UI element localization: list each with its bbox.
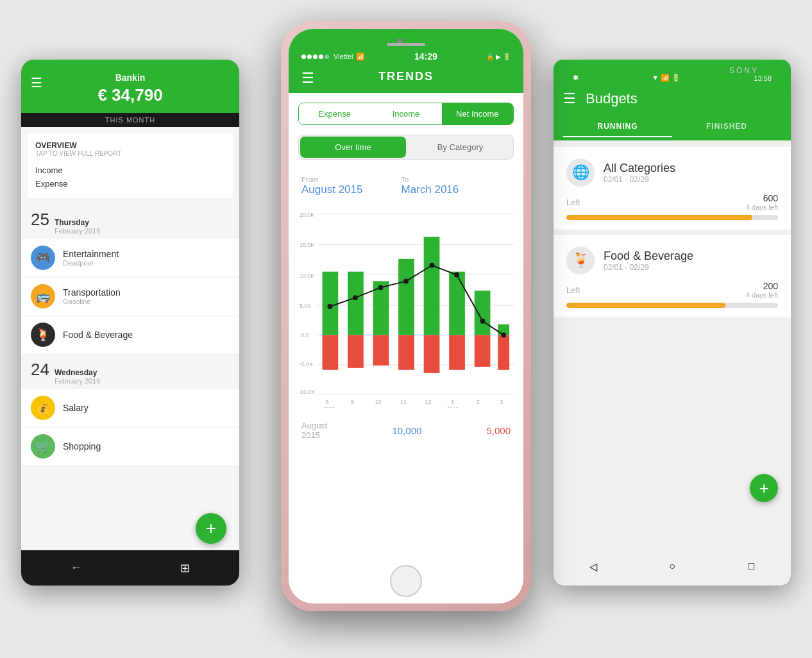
to-date: March 2016 (401, 183, 459, 196)
tab-income[interactable]: Income (370, 103, 441, 124)
svg-text:-5.0K: -5.0K (300, 361, 313, 367)
overview-subtitle: TAP TO VIEW FULL REPORT (35, 150, 225, 157)
tx-transportation-sub: Gasoline (63, 298, 121, 305)
budget-tabs: RUNNING FINISHED (554, 117, 791, 140)
svg-text:2016: 2016 (447, 406, 459, 408)
app-name: Bankin (31, 72, 230, 83)
svg-point-36 (480, 319, 486, 324)
left-phone: ☰ Bankin € 34,790 THIS MONTH OVERVIEW TA… (21, 60, 239, 586)
date-section-2: 24 Wednesday February 2016 (21, 355, 239, 388)
tx-entertainment-label: Entertainment (63, 249, 119, 259)
tx-entertainment[interactable]: 🎮 Entertainment Deadpool (21, 239, 239, 276)
footer-date: August2015 (301, 421, 327, 440)
svg-rect-15 (323, 335, 339, 369)
tx-entertainment-sub: Deadpool (63, 259, 119, 267)
menu-icon[interactable]: ☰ (31, 75, 42, 90)
tx-salary[interactable]: 💰 Salary (21, 389, 239, 426)
date-num-1: 25 (31, 210, 49, 230)
tab-net-income[interactable]: Net Income (442, 103, 513, 124)
day-2: Wednesday (55, 368, 101, 377)
budget1-amount: 600 (746, 193, 778, 203)
budget2-days: 4 days left (746, 291, 778, 299)
svg-text:1: 1 (451, 399, 454, 405)
budget2-left-label: Left (566, 285, 580, 295)
svg-text:10.0K: 10.0K (300, 273, 314, 279)
from-date: August 2015 (301, 183, 362, 196)
budget1-date: 02/01 - 02/29 (604, 175, 675, 184)
food-beverage-icon: 🍹 (566, 246, 595, 274)
budget1-progress-fill (566, 215, 752, 220)
recents-nav-icon[interactable]: □ (743, 559, 759, 574)
budget-food-beverage[interactable]: 🍹 Food & Beverage 02/01 - 02/29 Left 200… (554, 235, 791, 317)
transportation-icon: 🚌 (31, 284, 55, 308)
date-num-2: 24 (31, 360, 49, 380)
right-menu-icon[interactable]: ☰ (563, 90, 576, 107)
center-phone: Viettel 📶 14:29 🔒 ▶ 🔋 ☰ TRENDS Expense I… (281, 21, 531, 611)
overview-title: OVERVIEW (35, 141, 225, 150)
view-toggle: Over time By Category (298, 135, 514, 160)
android-status-icons: ▼ 📶 🔋 (652, 74, 681, 82)
budget1-left-label: Left (566, 198, 580, 207)
home-nav-icon[interactable]: ○ (664, 559, 680, 574)
tx-shopping[interactable]: 🛒 Shopping (21, 428, 239, 465)
budget-all-categories[interactable]: 🌐 All Categories 02/01 - 02/29 Left 600 … (554, 147, 791, 230)
android-time: 13:58 (754, 74, 772, 82)
budgets-title: Budgets (586, 90, 638, 107)
svg-point-33 (403, 278, 409, 283)
date-range: From August 2015 To March 2016 (289, 169, 523, 196)
svg-text:-10.0K: -10.0K (298, 389, 315, 395)
windows-icon[interactable]: ⊞ (180, 561, 190, 575)
budget2-name: Food & Beverage (604, 249, 693, 263)
tab-expense[interactable]: Expense (299, 103, 370, 124)
period-label: THIS MONTH (21, 113, 239, 127)
svg-point-35 (454, 273, 459, 278)
center-screen: Viettel 📶 14:29 🔒 ▶ 🔋 ☰ TRENDS Expense I… (289, 29, 523, 603)
tx-food[interactable]: 🍹 Food & Beverage (21, 316, 239, 353)
view-overtime-btn[interactable]: Over time (300, 137, 406, 158)
svg-rect-25 (449, 335, 465, 369)
status-icons: 🔒 ▶ 🔋 (486, 53, 511, 60)
view-by-category-btn[interactable]: By Category (407, 135, 513, 159)
trends-title: TRENDS (298, 70, 514, 83)
expense-row: Expense (35, 177, 225, 190)
back-icon[interactable]: ← (71, 561, 82, 575)
svg-rect-23 (424, 335, 440, 373)
budget1-progress-bar (566, 215, 778, 220)
budget2-date: 02/01 - 02/29 (604, 263, 693, 272)
entertainment-icon: 🎮 (31, 246, 55, 270)
android-nav-bar: ◁ ○ □ (554, 547, 791, 586)
svg-text:2015: 2015 (324, 406, 335, 408)
svg-text:3: 3 (500, 399, 503, 405)
svg-text:9: 9 (351, 399, 354, 405)
shopping-icon: 🛒 (31, 434, 55, 459)
from-label: From (301, 176, 362, 183)
svg-text:8: 8 (325, 399, 328, 405)
day-1: Thursday (55, 218, 101, 227)
bluetooth-icon: ✱ (573, 74, 579, 82)
balance-amount: € 34,790 (31, 85, 230, 105)
right-phone: ✱ ▼ 📶 🔋 13:58 SONY ☰ Budgets RUNNING FIN… (554, 60, 791, 586)
add-transaction-button[interactable]: + (196, 513, 226, 544)
right-header: ☰ Budgets (554, 87, 791, 117)
windows-nav-bar: ← ⊞ (21, 550, 239, 586)
tab-finished[interactable]: FINISHED (672, 117, 781, 137)
budget2-footer: Left 200 4 days left (566, 281, 778, 299)
speaker (387, 43, 425, 46)
tab-running[interactable]: RUNNING (563, 117, 672, 137)
tx-transportation[interactable]: 🚌 Transportation Gasoline (21, 278, 239, 315)
left-screen: ☰ Bankin € 34,790 THIS MONTH OVERVIEW TA… (21, 60, 239, 586)
trend-tabs: Expense Income Net Income (298, 103, 514, 125)
back-nav-icon[interactable]: ◁ (586, 559, 601, 574)
svg-text:11: 11 (400, 399, 407, 405)
income-row: Income (35, 164, 225, 177)
all-categories-icon: 🌐 (566, 158, 595, 187)
food-icon: 🍹 (31, 323, 55, 347)
chart-footer: August2015 10,000 5,000 (289, 414, 523, 446)
add-budget-button[interactable]: + (750, 474, 778, 502)
svg-text:15.0K: 15.0K (300, 242, 314, 248)
home-button[interactable] (390, 565, 422, 597)
center-menu-icon[interactable]: ☰ (301, 70, 314, 87)
svg-rect-20 (398, 259, 414, 335)
status-carrier-area: Viettel 📶 (301, 53, 366, 61)
tx-transportation-label: Transportation (63, 287, 121, 298)
